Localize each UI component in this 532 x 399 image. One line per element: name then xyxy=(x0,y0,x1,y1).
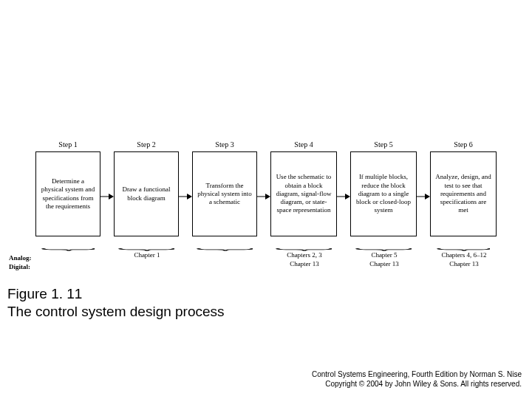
page: Step 1 Determine a physical system and s… xyxy=(0,0,532,399)
chap-digital: Chapter 13 xyxy=(449,260,479,269)
arrow-icon xyxy=(337,154,350,239)
figure-number: Figure 1. 11 xyxy=(7,285,225,303)
svg-marker-7 xyxy=(345,194,350,200)
chap-col xyxy=(35,251,101,268)
step-col-2: Step 2 Draw a functional block diagram ⏟ xyxy=(114,140,179,250)
chap-analog: Chapter 5 xyxy=(371,251,397,260)
flow-diagram: Step 1 Determine a physical system and s… xyxy=(7,140,525,250)
chap-col: Chapter 1 xyxy=(115,251,180,268)
svg-marker-9 xyxy=(425,194,430,200)
brace-icon: ⏟ xyxy=(41,242,95,248)
chap-col xyxy=(193,251,258,268)
step-text: Draw a functional block diagram xyxy=(119,185,174,202)
step-text: Analyze, design, and test to see that re… xyxy=(435,173,491,214)
step-box: Transform the physical system into a sch… xyxy=(192,151,257,236)
step-label: Step 6 xyxy=(454,140,472,149)
brace-icon: ⏟ xyxy=(437,242,490,248)
arrow-icon xyxy=(100,154,114,239)
step-label: Step 4 xyxy=(294,140,313,149)
credit-text: Control Systems Engineering, Fourth Edit… xyxy=(312,369,522,389)
chapter-row: Chapter 1 Chapters 2, 3 Chapter 13 Chapt… xyxy=(7,251,525,268)
figure-caption: Figure 1. 11 The control system design p… xyxy=(7,285,225,321)
svg-marker-5 xyxy=(265,194,270,200)
svg-marker-1 xyxy=(109,194,114,200)
step-col-4: Step 4 Use the schematic to obtain a blo… xyxy=(270,140,337,250)
brace-icon: ⏟ xyxy=(197,242,253,248)
step-box: Draw a functional block diagram xyxy=(114,151,179,236)
step-text: Determine a physical system and specific… xyxy=(41,177,95,211)
step-box: Use the schematic to obtain a block diag… xyxy=(270,151,337,236)
step-label: Step 1 xyxy=(58,140,77,149)
step-col-6: Step 6 Analyze, design, and test to see … xyxy=(430,140,497,250)
brace-icon: ⏟ xyxy=(276,242,332,248)
step-box: Determine a physical system and specific… xyxy=(35,151,100,236)
brace-icon: ⏟ xyxy=(355,242,412,248)
step-col-1: Step 1 Determine a physical system and s… xyxy=(35,140,100,250)
arrow-icon xyxy=(179,154,192,239)
step-box: Analyze, design, and test to see that re… xyxy=(430,151,497,236)
chap-digital: Chapter 13 xyxy=(290,260,319,269)
figure-title: The control system design process xyxy=(7,303,225,321)
svg-marker-3 xyxy=(187,194,192,200)
step-label: Step 3 xyxy=(215,140,233,149)
chap-analog: Chapters 2, 3 xyxy=(287,251,322,260)
chap-analog: Chapter 1 xyxy=(134,251,160,260)
arrow-icon xyxy=(417,154,430,239)
chap-col: Chapter 5 Chapter 13 xyxy=(351,251,417,268)
step-text: If multiple blocks, reduce the block dia… xyxy=(355,173,412,214)
chap-col: Chapters 2, 3 Chapter 13 xyxy=(271,251,338,268)
arrow-icon xyxy=(257,154,270,239)
step-col-5: Step 5 If multiple blocks, reduce the bl… xyxy=(350,140,417,250)
chap-analog: Chapters 4, 6–12 xyxy=(441,251,486,260)
brace-icon: ⏟ xyxy=(118,242,174,248)
step-col-3: Step 3 Transform the physical system int… xyxy=(192,140,257,250)
step-text: Use the schematic to obtain a block diag… xyxy=(276,173,332,214)
credit-line-1: Control Systems Engineering, Fourth Edit… xyxy=(312,369,522,379)
chap-digital: Chapter 13 xyxy=(369,260,399,269)
step-box: If multiple blocks, reduce the block dia… xyxy=(350,151,417,236)
step-label: Step 5 xyxy=(374,140,392,149)
chap-col: Chapters 4, 6–12 Chapter 13 xyxy=(431,251,497,268)
step-label: Step 2 xyxy=(137,140,155,149)
step-text: Transform the physical system into a sch… xyxy=(197,182,252,207)
credit-line-2: Copyright © 2004 by John Wiley & Sons. A… xyxy=(312,379,522,389)
